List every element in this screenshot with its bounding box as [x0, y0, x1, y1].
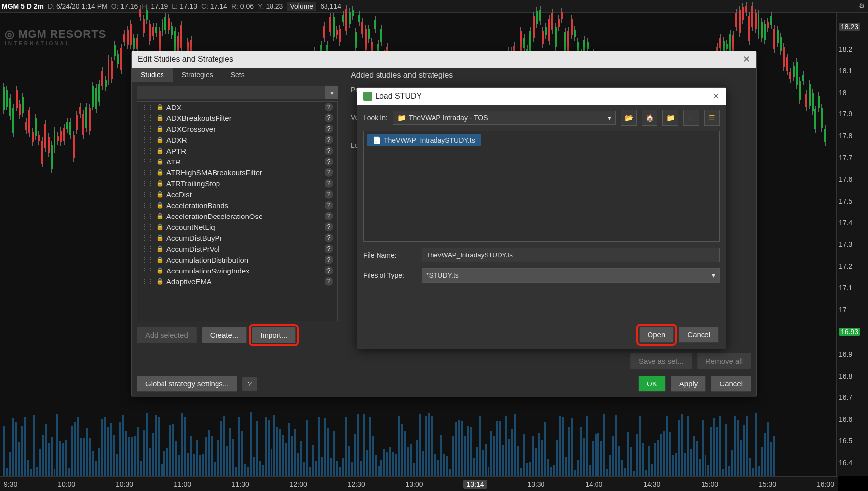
help-icon[interactable]: ?: [325, 168, 333, 177]
add-selected-button[interactable]: Add selected: [137, 327, 197, 343]
study-search-input[interactable]: [137, 86, 326, 99]
details-view-icon[interactable]: ☰: [704, 110, 720, 126]
drag-icon: ⋮⋮: [141, 114, 153, 121]
drag-icon: ⋮⋮: [141, 180, 153, 187]
price-tick: 17.5: [839, 198, 866, 205]
study-row[interactable]: ⋮⋮🔒ADXR?: [137, 134, 337, 145]
study-list[interactable]: ⋮⋮🔒ADX?⋮⋮🔒ADXBreakoutsFilter?⋮⋮🔒ADXCross…: [137, 101, 338, 321]
help-icon[interactable]: ?: [325, 277, 333, 286]
folder-icon: 📁: [397, 114, 406, 122]
lock-icon: 🔒: [156, 147, 163, 154]
lock-icon: 🔒: [156, 213, 163, 219]
study-row[interactable]: ⋮⋮🔒AdaptiveEMA?: [137, 276, 337, 287]
study-name: ADX: [166, 103, 322, 111]
study-name: ADXR: [166, 136, 322, 144]
edit-dialog-title: Edit Studies and Strategies: [138, 55, 233, 64]
help-icon[interactable]: ?: [325, 255, 333, 264]
ohlc-y: Y: 18.23: [258, 2, 283, 10]
ok-button[interactable]: OK: [638, 376, 666, 392]
file-item[interactable]: 📄 TheVWAP_IntradaySTUDY.ts: [367, 134, 481, 146]
help-icon[interactable]: ?: [325, 179, 333, 188]
help-icon[interactable]: ?: [325, 113, 333, 122]
study-row[interactable]: ⋮⋮🔒AccumDistPrVol?: [137, 243, 337, 254]
time-axis[interactable]: 9:3010:0010:3011:0011:3012:0012:3013:001…: [0, 476, 838, 491]
study-row[interactable]: ⋮⋮🔒AccumDistBuyPr?: [137, 232, 337, 243]
help-icon[interactable]: ?: [325, 233, 333, 242]
drag-icon: ⋮⋮: [141, 125, 153, 132]
study-row[interactable]: ⋮⋮🔒AccDist?: [137, 189, 337, 200]
study-row[interactable]: ⋮⋮🔒AccountNetLiq?: [137, 221, 337, 232]
study-name: ADXBreakoutsFilter: [166, 114, 322, 122]
studies-left-pane: ▾ ⋮⋮🔒ADX?⋮⋮🔒ADXBreakoutsFilter?⋮⋮🔒ADXCro…: [137, 86, 338, 347]
lookin-dropdown[interactable]: 📁 TheVWAP Intraday - TOS ▾: [393, 111, 616, 125]
study-row[interactable]: ⋮⋮🔒AccumulationDistribution?: [137, 254, 337, 265]
help-icon[interactable]: ?: [325, 124, 333, 133]
study-row[interactable]: ⋮⋮🔒ADXBreakoutsFilter?: [137, 112, 337, 123]
help-icon[interactable]: ?: [325, 146, 333, 155]
symbol-label: MGM 5 D 2m: [2, 2, 44, 10]
filename-input[interactable]: [422, 248, 720, 262]
import-button[interactable]: Import...: [252, 327, 296, 343]
create-button[interactable]: Create...: [202, 327, 247, 343]
settings-icon[interactable]: ⚙: [859, 2, 865, 10]
study-row[interactable]: ⋮⋮🔒ADX?: [137, 102, 337, 112]
study-row[interactable]: ⋮⋮🔒APTR?: [137, 145, 337, 156]
study-name: AccelerationBands: [166, 201, 322, 210]
cancel-button[interactable]: Cancel: [711, 376, 751, 392]
home-icon[interactable]: 🏠: [642, 110, 657, 126]
file-list-pane[interactable]: 📄 TheVWAP_IntradaySTUDY.ts: [363, 131, 720, 242]
price-tick: 18.1: [839, 67, 866, 74]
help-icon[interactable]: ?: [325, 212, 333, 220]
apply-button[interactable]: Apply: [671, 376, 706, 392]
help-icon[interactable]: ?: [325, 135, 333, 144]
filetype-dropdown[interactable]: *STUDY.ts ▾: [422, 268, 720, 283]
list-view-icon[interactable]: ▦: [683, 110, 699, 126]
study-row[interactable]: ⋮⋮🔒ADXCrossover?: [137, 123, 337, 134]
price-axis[interactable]: 18.2318.218.11817.917.817.717.617.517.41…: [836, 13, 868, 476]
up-folder-icon[interactable]: 📂: [621, 110, 637, 126]
close-icon[interactable]: ✕: [743, 54, 750, 65]
help-icon[interactable]: ?: [325, 266, 333, 275]
price-tick: 17.3: [839, 241, 866, 248]
ohlc-low: L: 17.13: [172, 2, 197, 10]
tab-studies[interactable]: Studies: [132, 68, 173, 82]
help-icon[interactable]: ?: [325, 190, 333, 199]
drag-icon: ⋮⋮: [141, 136, 153, 143]
study-row[interactable]: ⋮⋮🔒ATRHighSMABreakoutsFilter?: [137, 167, 337, 178]
tab-strategies[interactable]: Strategies: [173, 68, 222, 82]
study-name: AccumulationDistribution: [166, 256, 322, 264]
search-dropdown-icon[interactable]: ▾: [326, 86, 338, 99]
close-icon[interactable]: ✕: [712, 91, 720, 102]
cancel-button[interactable]: Cancel: [679, 327, 719, 343]
save-as-set-button[interactable]: Save as set...: [630, 353, 692, 369]
load-study-dialog: Load STUDY ✕ Look In: 📁 TheVWAP Intraday…: [357, 87, 726, 349]
open-button[interactable]: Open: [639, 327, 674, 343]
study-row[interactable]: ⋮⋮🔒AccumulationSwingIndex?: [137, 265, 337, 276]
help-icon[interactable]: ?: [242, 377, 257, 391]
help-icon[interactable]: ?: [325, 244, 333, 253]
price-tick: 17.6: [839, 176, 866, 183]
app-icon: [363, 92, 372, 101]
tab-sets[interactable]: Sets: [222, 68, 254, 82]
price-tick: 16.6: [839, 416, 866, 423]
lookin-label: Look In:: [363, 114, 388, 122]
chevron-down-icon: ▾: [712, 272, 715, 279]
help-icon[interactable]: ?: [325, 157, 333, 166]
remove-all-button[interactable]: Remove all: [697, 353, 751, 369]
help-icon[interactable]: ?: [325, 103, 333, 111]
price-tick: 16.7: [839, 394, 866, 401]
price-tick: 16.93: [839, 328, 866, 336]
time-tick: 13:14: [463, 480, 487, 489]
new-folder-icon[interactable]: 📁: [662, 110, 678, 126]
study-row[interactable]: ⋮⋮🔒ATRTrailingStop?: [137, 178, 337, 189]
price-tick: 18: [839, 89, 866, 96]
help-icon[interactable]: ?: [325, 201, 333, 210]
study-row[interactable]: ⋮⋮🔒AccelerationDecelerationOsc?: [137, 211, 337, 221]
help-icon[interactable]: ?: [325, 222, 333, 231]
global-strategy-settings-button[interactable]: Global strategy settings...: [137, 376, 237, 392]
time-tick: 15:00: [701, 480, 718, 488]
file-name: TheVWAP_IntradaySTUDY.ts: [384, 136, 475, 144]
drag-icon: ⋮⋮: [141, 147, 153, 154]
study-row[interactable]: ⋮⋮🔒ATR?: [137, 156, 337, 167]
study-row[interactable]: ⋮⋮🔒AccelerationBands?: [137, 200, 337, 211]
